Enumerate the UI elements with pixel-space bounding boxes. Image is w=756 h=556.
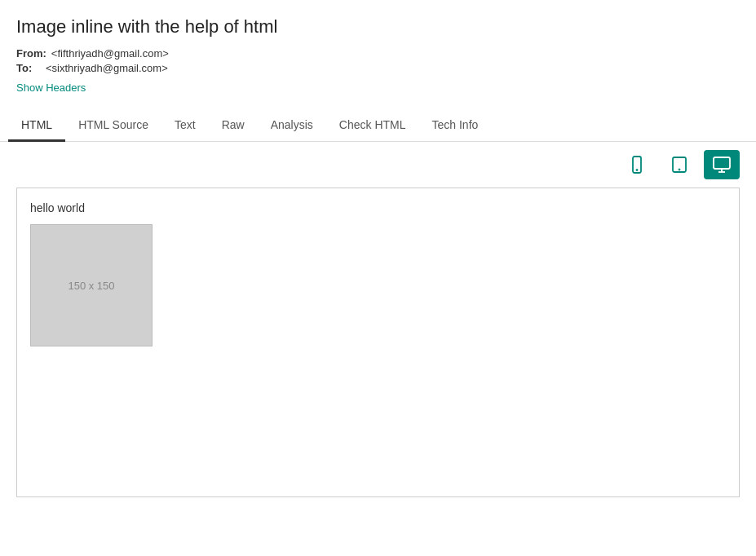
content-area: hello world 150 x 150 [0,188,756,514]
tablet-view-button[interactable] [661,150,697,179]
svg-rect-4 [714,157,730,169]
tab-tech-info[interactable]: Tech Info [419,110,492,142]
tab-html-source[interactable]: HTML Source [65,110,161,142]
to-label: To: [16,62,41,74]
tab-analysis[interactable]: Analysis [258,110,326,142]
email-meta: From: <fifthriyadh@gmail.com> To: <sixth… [16,47,740,74]
to-value: <sixthriyadh@gmail.com> [46,62,168,74]
email-body-frame: hello world 150 x 150 [16,188,740,497]
from-row: From: <fifthriyadh@gmail.com> [16,47,740,60]
image-placeholder: 150 x 150 [30,224,153,346]
hello-text: hello world [30,201,726,214]
desktop-view-button[interactable] [704,150,740,179]
show-headers-link[interactable]: Show Headers [16,82,86,94]
view-toolbar [0,142,756,188]
svg-point-3 [679,169,680,170]
from-value: <fifthriyadh@gmail.com> [51,47,169,60]
svg-point-1 [636,170,638,171]
tab-text[interactable]: Text [161,110,209,142]
tab-raw[interactable]: Raw [209,110,258,142]
email-header: Image inline with the help of html From:… [0,0,756,102]
from-label: From: [16,47,46,60]
tab-check-html[interactable]: Check HTML [326,110,419,142]
tabs-bar: HTML HTML Source Text Raw Analysis Check… [0,110,756,142]
mobile-view-button[interactable] [619,150,655,179]
tab-html[interactable]: HTML [8,110,65,142]
to-row: To: <sixthriyadh@gmail.com> [16,62,740,74]
email-title: Image inline with the help of html [16,16,740,38]
